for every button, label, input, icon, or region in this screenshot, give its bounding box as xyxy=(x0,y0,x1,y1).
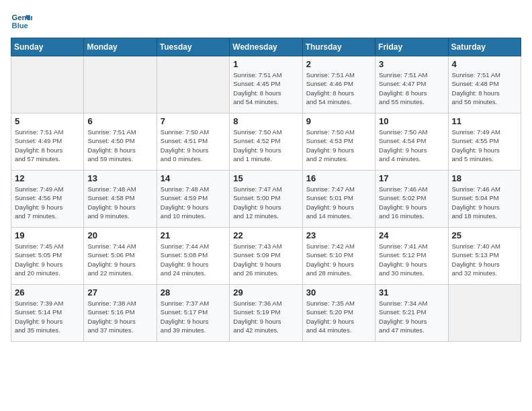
day-number: 6 xyxy=(87,116,152,126)
day-number: 27 xyxy=(87,287,152,298)
calendar-cell: 25Sunrise: 7:40 AM Sunset: 5:13 PM Dayli… xyxy=(448,228,521,285)
calendar-cell: 9Sunrise: 7:50 AM Sunset: 4:53 PM Daylig… xyxy=(302,113,375,171)
day-info: Sunrise: 7:35 AM Sunset: 5:20 PM Dayligh… xyxy=(306,299,371,334)
day-info: Sunrise: 7:51 AM Sunset: 4:47 PM Dayligh… xyxy=(379,71,444,106)
day-info: Sunrise: 7:41 AM Sunset: 5:12 PM Dayligh… xyxy=(379,242,444,277)
calendar-cell: 19Sunrise: 7:45 AM Sunset: 5:05 PM Dayli… xyxy=(11,228,84,285)
day-number: 29 xyxy=(233,287,298,298)
calendar-cell: 3Sunrise: 7:51 AM Sunset: 4:47 PM Daylig… xyxy=(375,56,448,113)
calendar-week-row: 26Sunrise: 7:39 AM Sunset: 5:14 PM Dayli… xyxy=(11,285,521,342)
logo-icon: General Blue xyxy=(11,11,32,32)
calendar-cell: 16Sunrise: 7:47 AM Sunset: 5:01 PM Dayli… xyxy=(302,171,375,228)
day-number: 20 xyxy=(87,230,152,240)
calendar-cell: 27Sunrise: 7:38 AM Sunset: 5:16 PM Dayli… xyxy=(84,285,157,342)
calendar-cell: 21Sunrise: 7:44 AM Sunset: 5:08 PM Dayli… xyxy=(157,228,229,285)
calendar-cell: 10Sunrise: 7:50 AM Sunset: 4:54 PM Dayli… xyxy=(375,113,448,171)
calendar-cell: 6Sunrise: 7:51 AM Sunset: 4:50 PM Daylig… xyxy=(84,113,157,171)
calendar-table: SundayMondayTuesdayWednesdayThursdayFrid… xyxy=(11,38,521,342)
day-info: Sunrise: 7:51 AM Sunset: 4:48 PM Dayligh… xyxy=(452,71,517,106)
day-info: Sunrise: 7:51 AM Sunset: 4:46 PM Dayligh… xyxy=(306,71,371,106)
calendar-cell xyxy=(11,56,84,113)
calendar-cell: 2Sunrise: 7:51 AM Sunset: 4:46 PM Daylig… xyxy=(302,56,375,113)
weekday-header-thursday: Thursday xyxy=(302,38,375,56)
calendar-cell: 1Sunrise: 7:51 AM Sunset: 4:45 PM Daylig… xyxy=(230,56,302,113)
calendar-cell: 5Sunrise: 7:51 AM Sunset: 4:49 PM Daylig… xyxy=(11,113,84,171)
weekday-header-wednesday: Wednesday xyxy=(230,38,302,56)
calendar-cell: 17Sunrise: 7:46 AM Sunset: 5:02 PM Dayli… xyxy=(375,171,448,228)
calendar-cell: 7Sunrise: 7:50 AM Sunset: 4:51 PM Daylig… xyxy=(157,113,229,171)
day-info: Sunrise: 7:51 AM Sunset: 4:49 PM Dayligh… xyxy=(15,128,80,163)
day-info: Sunrise: 7:47 AM Sunset: 5:00 PM Dayligh… xyxy=(233,185,298,220)
day-number: 8 xyxy=(233,116,298,126)
calendar-cell: 14Sunrise: 7:48 AM Sunset: 4:59 PM Dayli… xyxy=(157,171,229,228)
calendar-cell xyxy=(157,56,229,113)
day-number: 13 xyxy=(87,173,152,183)
weekday-header-sunday: Sunday xyxy=(11,38,84,56)
day-number: 10 xyxy=(379,116,444,126)
day-info: Sunrise: 7:46 AM Sunset: 5:02 PM Dayligh… xyxy=(379,185,444,220)
day-number: 19 xyxy=(15,230,80,240)
day-info: Sunrise: 7:39 AM Sunset: 5:14 PM Dayligh… xyxy=(15,299,80,334)
day-number: 22 xyxy=(233,230,298,240)
day-number: 12 xyxy=(15,173,80,183)
day-number: 3 xyxy=(379,59,444,69)
day-number: 14 xyxy=(161,173,226,183)
day-number: 24 xyxy=(379,230,444,240)
day-info: Sunrise: 7:40 AM Sunset: 5:13 PM Dayligh… xyxy=(452,242,517,277)
weekday-header-tuesday: Tuesday xyxy=(157,38,229,56)
day-number: 25 xyxy=(452,230,517,240)
day-info: Sunrise: 7:49 AM Sunset: 4:55 PM Dayligh… xyxy=(452,128,517,163)
calendar-cell xyxy=(448,285,521,342)
calendar-week-row: 1Sunrise: 7:51 AM Sunset: 4:45 PM Daylig… xyxy=(11,56,521,113)
day-info: Sunrise: 7:50 AM Sunset: 4:54 PM Dayligh… xyxy=(379,128,444,163)
calendar-cell: 20Sunrise: 7:44 AM Sunset: 5:06 PM Dayli… xyxy=(84,228,157,285)
day-info: Sunrise: 7:46 AM Sunset: 5:04 PM Dayligh… xyxy=(452,185,517,220)
day-info: Sunrise: 7:50 AM Sunset: 4:53 PM Dayligh… xyxy=(306,128,371,163)
calendar-cell: 11Sunrise: 7:49 AM Sunset: 4:55 PM Dayli… xyxy=(448,113,521,171)
day-number: 18 xyxy=(452,173,517,183)
day-number: 28 xyxy=(161,287,226,298)
day-info: Sunrise: 7:43 AM Sunset: 5:09 PM Dayligh… xyxy=(233,242,298,277)
calendar-cell: 12Sunrise: 7:49 AM Sunset: 4:56 PM Dayli… xyxy=(11,171,84,228)
day-info: Sunrise: 7:51 AM Sunset: 4:45 PM Dayligh… xyxy=(233,71,298,106)
day-number: 15 xyxy=(233,173,298,183)
day-number: 1 xyxy=(233,59,298,69)
day-number: 23 xyxy=(306,230,371,240)
day-info: Sunrise: 7:45 AM Sunset: 5:05 PM Dayligh… xyxy=(15,242,80,277)
calendar-cell: 13Sunrise: 7:48 AM Sunset: 4:58 PM Dayli… xyxy=(84,171,157,228)
calendar-cell: 18Sunrise: 7:46 AM Sunset: 5:04 PM Dayli… xyxy=(448,171,521,228)
calendar-cell: 23Sunrise: 7:42 AM Sunset: 5:10 PM Dayli… xyxy=(302,228,375,285)
calendar-cell: 24Sunrise: 7:41 AM Sunset: 5:12 PM Dayli… xyxy=(375,228,448,285)
calendar-week-row: 5Sunrise: 7:51 AM Sunset: 4:49 PM Daylig… xyxy=(11,113,521,171)
day-number: 4 xyxy=(452,59,517,69)
calendar-cell: 15Sunrise: 7:47 AM Sunset: 5:00 PM Dayli… xyxy=(230,171,302,228)
day-info: Sunrise: 7:49 AM Sunset: 4:56 PM Dayligh… xyxy=(15,185,80,220)
calendar-week-row: 19Sunrise: 7:45 AM Sunset: 5:05 PM Dayli… xyxy=(11,228,521,285)
day-number: 11 xyxy=(452,116,517,126)
day-number: 26 xyxy=(15,287,80,298)
day-info: Sunrise: 7:34 AM Sunset: 5:21 PM Dayligh… xyxy=(379,299,444,334)
calendar-cell: 8Sunrise: 7:50 AM Sunset: 4:52 PM Daylig… xyxy=(230,113,302,171)
day-info: Sunrise: 7:48 AM Sunset: 4:59 PM Dayligh… xyxy=(161,185,226,220)
weekday-header-friday: Friday xyxy=(375,38,448,56)
day-number: 17 xyxy=(379,173,444,183)
day-info: Sunrise: 7:44 AM Sunset: 5:08 PM Dayligh… xyxy=(161,242,226,277)
day-number: 9 xyxy=(306,116,371,126)
calendar-cell: 28Sunrise: 7:37 AM Sunset: 5:17 PM Dayli… xyxy=(157,285,229,342)
day-info: Sunrise: 7:51 AM Sunset: 4:50 PM Dayligh… xyxy=(87,128,152,163)
day-number: 16 xyxy=(306,173,371,183)
day-number: 30 xyxy=(306,287,371,298)
calendar-cell: 4Sunrise: 7:51 AM Sunset: 4:48 PM Daylig… xyxy=(448,56,521,113)
weekday-header-saturday: Saturday xyxy=(448,38,521,56)
day-number: 31 xyxy=(379,287,444,298)
page-header: General Blue xyxy=(11,11,521,32)
calendar-cell: 26Sunrise: 7:39 AM Sunset: 5:14 PM Dayli… xyxy=(11,285,84,342)
calendar-cell xyxy=(84,56,157,113)
weekday-header-monday: Monday xyxy=(84,38,157,56)
day-info: Sunrise: 7:50 AM Sunset: 4:52 PM Dayligh… xyxy=(233,128,298,163)
day-number: 7 xyxy=(161,116,226,126)
day-number: 5 xyxy=(15,116,80,126)
day-info: Sunrise: 7:37 AM Sunset: 5:17 PM Dayligh… xyxy=(161,299,226,334)
calendar-cell: 29Sunrise: 7:36 AM Sunset: 5:19 PM Dayli… xyxy=(230,285,302,342)
day-info: Sunrise: 7:48 AM Sunset: 4:58 PM Dayligh… xyxy=(87,185,152,220)
